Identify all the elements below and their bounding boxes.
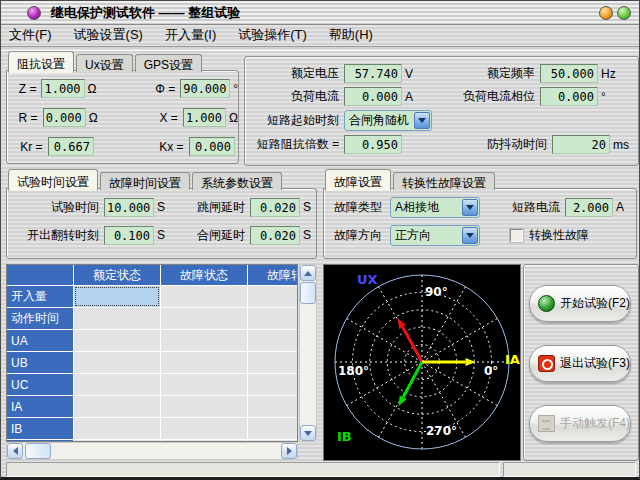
output-flip-time-input[interactable]: 0.100 (104, 226, 154, 245)
anti-shake-input[interactable]: 20 (552, 135, 610, 154)
tab-test-time-settings[interactable]: 试验时间设置 (8, 169, 98, 191)
convert-fault-checkbox[interactable] (510, 229, 523, 242)
menu-file[interactable]: 文件(F) (5, 25, 56, 45)
kr-input[interactable]: 0.667 (48, 137, 94, 156)
trip-delay-label: 跳闸延时 (179, 199, 245, 216)
table-cell[interactable] (74, 374, 160, 395)
table-cell[interactable] (161, 286, 247, 307)
table-cell[interactable] (74, 418, 160, 439)
tab-system-param-settings[interactable]: 系统参数设置 (192, 172, 282, 190)
load-current-phase-input[interactable]: 0.000 (540, 87, 598, 106)
status-bar-right (503, 462, 636, 477)
scroll-left-button[interactable] (7, 443, 23, 459)
fault-direction-dropdown[interactable]: 正方向 (390, 225, 480, 246)
load-current-input[interactable]: 0.000 (344, 87, 402, 106)
axis-label-90: 90° (425, 285, 448, 299)
start-test-icon (538, 295, 555, 312)
minimize-orb-button[interactable] (599, 6, 613, 20)
test-time-input[interactable]: 10.000 (104, 198, 154, 217)
phi-label: Φ = (147, 82, 176, 96)
close-orb-button[interactable] (617, 6, 631, 20)
horizontal-scrollbar[interactable] (6, 442, 298, 460)
impedance-panel-body: Z = 1.000 Ω Φ = 90.000 ° R = 0.000 Ω X =… (6, 70, 239, 164)
horizontal-scroll-thumb[interactable] (25, 443, 51, 459)
fault-type-dropdown[interactable]: A相接地 (390, 197, 480, 218)
fault-direction-value: 正方向 (391, 227, 461, 244)
short-start-dropdown-button[interactable] (414, 112, 430, 129)
table-cell[interactable] (74, 396, 160, 417)
table-cell[interactable] (74, 286, 160, 307)
fault-direction-dropdown-button[interactable] (462, 227, 478, 244)
table-cell[interactable] (161, 352, 247, 373)
menu-test-settings[interactable]: 试验设置(S) (70, 25, 147, 45)
table-cell[interactable] (161, 330, 247, 351)
tab-fault-settings[interactable]: 故障设置 (325, 169, 391, 191)
exit-test-button[interactable]: 退出试验(F3) (529, 345, 631, 382)
table-cell[interactable] (248, 352, 298, 373)
short-start-value: 合闸角随机 (345, 112, 413, 129)
tab-convert-fault-settings[interactable]: 转换性故障设置 (393, 172, 495, 190)
table-cell[interactable] (74, 352, 160, 373)
rated-freq-unit: Hz (601, 67, 616, 81)
x-input[interactable]: 1.000 (183, 108, 226, 127)
table-cell[interactable] (161, 396, 247, 417)
time-panel: 试验时间设置 故障时间设置 系统参数设置 试验时间 10.000 S 跳闸延时 … (6, 169, 317, 259)
impedance-multiple-input[interactable]: 0.950 (344, 135, 402, 154)
menu-test-operation[interactable]: 试验操作(T) (234, 25, 311, 45)
start-test-label: 开始试验(F2) (560, 295, 630, 312)
app-icon (27, 6, 41, 20)
table-cell[interactable] (248, 396, 298, 417)
rated-freq-input[interactable]: 50.000 (540, 64, 598, 83)
scroll-right-button[interactable] (281, 443, 297, 459)
table-cell[interactable] (248, 286, 298, 307)
rated-voltage-input[interactable]: 57.740 (344, 64, 402, 83)
tab-fault-time-settings[interactable]: 故障时间设置 (100, 172, 190, 190)
close-delay-input[interactable]: 0.020 (250, 226, 300, 245)
phi-input[interactable]: 90.000 (180, 79, 230, 98)
table-cell[interactable] (248, 374, 298, 395)
vertical-scroll-thumb[interactable] (300, 282, 316, 304)
menu-binary-input[interactable]: 开入量(I) (161, 25, 220, 45)
ia-label: IA (505, 352, 520, 367)
trip-delay-unit: S (303, 200, 311, 214)
scroll-down-button[interactable] (300, 425, 316, 441)
table-cell[interactable] (248, 330, 298, 351)
tab-ux-settings[interactable]: Ux设置 (76, 54, 133, 72)
trip-delay-input[interactable]: 0.020 (250, 198, 300, 217)
short-current-input[interactable]: 2.000 (565, 198, 613, 217)
row-header: 动作时间 (7, 308, 73, 329)
short-start-dropdown[interactable]: 合闸角随机 (344, 110, 432, 131)
manual-trigger-button: 手动触发(F4) (529, 405, 631, 442)
anti-shake-label: 防抖动时间 (439, 136, 547, 153)
kx-input[interactable]: 0.000 (189, 137, 235, 156)
table-cell[interactable] (161, 308, 247, 329)
test-time-label: 试验时间 (7, 199, 99, 216)
z-input[interactable]: 1.000 (41, 79, 84, 98)
rated-freq-label: 额定频率 (427, 65, 535, 82)
close-delay-label: 合闸延时 (179, 227, 245, 244)
table-cell[interactable] (74, 330, 160, 351)
scroll-up-button[interactable] (300, 265, 316, 281)
impedance-panel: 阻抗设置 Ux设置 GPS设置 Z = 1.000 Ω Φ = 90.000 °… (6, 51, 239, 164)
rated-voltage-label: 额定电压 (245, 65, 339, 82)
tab-impedance-settings[interactable]: 阻抗设置 (8, 51, 74, 73)
menu-help[interactable]: 帮助(H) (325, 25, 377, 45)
chevron-down-icon (466, 205, 474, 210)
ux-label: UX (357, 272, 378, 287)
table-cell[interactable] (248, 418, 298, 439)
table-cell[interactable] (248, 308, 298, 329)
convert-fault-label: 转换性故障 (529, 227, 589, 244)
table-cell[interactable] (161, 374, 247, 395)
menu-bar: 文件(F) 试验设置(S) 开入量(I) 试验操作(T) 帮助(H) (1, 25, 639, 45)
table-cell[interactable] (74, 308, 160, 329)
tab-gps-settings[interactable]: GPS设置 (135, 54, 202, 72)
title-bar: 继电保护测试软件 —— 整组试验 (1, 1, 639, 25)
phi-unit: ° (233, 82, 238, 96)
fault-type-dropdown-button[interactable] (462, 199, 478, 216)
r-input[interactable]: 0.000 (43, 108, 86, 127)
chevron-down-icon (466, 233, 474, 238)
vertical-scrollbar[interactable] (299, 264, 317, 442)
table-cell[interactable] (161, 418, 247, 439)
start-test-button[interactable]: 开始试验(F2) (529, 285, 631, 322)
table-corner-header (7, 265, 73, 285)
